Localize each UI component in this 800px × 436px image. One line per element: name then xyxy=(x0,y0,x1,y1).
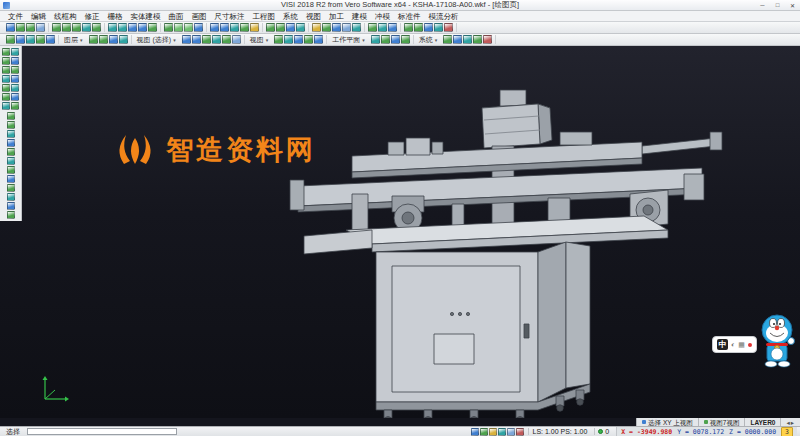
toolbar-icon[interactable] xyxy=(401,35,410,44)
toolbar-icon[interactable] xyxy=(7,202,15,210)
toolbar-icon[interactable] xyxy=(212,35,221,44)
toolbar-icon[interactable] xyxy=(2,57,10,65)
toolbar-icon[interactable] xyxy=(332,23,341,32)
maximize-button[interactable]: □ xyxy=(770,0,785,10)
toolbar-icon[interactable] xyxy=(46,35,55,44)
toolbar-icon[interactable] xyxy=(7,166,15,174)
toolbar-icon[interactable] xyxy=(276,23,285,32)
toolbar-icon[interactable] xyxy=(230,23,239,32)
toolbar-icon[interactable] xyxy=(52,23,61,32)
toolbar-icon[interactable] xyxy=(2,84,10,92)
toolbar-icon[interactable] xyxy=(89,35,98,44)
toolbar-icon[interactable] xyxy=(138,23,147,32)
toolbar-icon[interactable] xyxy=(16,35,25,44)
ime-halfwidth-icon[interactable]: ◐ xyxy=(731,341,735,348)
toolbar-icon[interactable] xyxy=(296,23,305,32)
toolbar-icon[interactable] xyxy=(7,211,15,219)
toolbar-icon[interactable] xyxy=(483,35,492,44)
toolbar-icon[interactable] xyxy=(82,23,91,32)
menu-item[interactable]: 线框构 xyxy=(50,11,81,22)
ime-toolbar[interactable]: 中 ◐ ▦ xyxy=(712,336,757,353)
toolbar-icon[interactable] xyxy=(128,23,137,32)
toolbar-icon[interactable] xyxy=(371,35,380,44)
toolbar-icon[interactable] xyxy=(184,23,193,32)
menu-item[interactable]: 加工 xyxy=(325,11,348,22)
toolbar-icon[interactable] xyxy=(194,23,203,32)
toolbar-icon[interactable] xyxy=(322,23,331,32)
toolbar-icon[interactable] xyxy=(7,121,15,129)
toolbar-icon[interactable] xyxy=(202,35,211,44)
toolbar-icon[interactable] xyxy=(148,23,157,32)
toolbar-icon[interactable] xyxy=(72,23,81,32)
toolbar-icon[interactable] xyxy=(434,23,443,32)
status-view-alt[interactable]: 视图7视图 xyxy=(698,418,745,426)
toolbar-icon[interactable] xyxy=(2,102,10,110)
toolbar-icon[interactable] xyxy=(7,139,15,147)
toolbar-icon[interactable] xyxy=(2,93,10,101)
toolbar-icon[interactable] xyxy=(11,57,19,65)
toolbar-icon[interactable] xyxy=(250,23,259,32)
toolbar-icon[interactable] xyxy=(424,23,433,32)
toolbar-icon[interactable] xyxy=(453,35,462,44)
toolbar-icon[interactable] xyxy=(7,175,15,183)
ime-language-badge[interactable]: 中 xyxy=(717,339,728,350)
toolbar-label-system[interactable]: 系统 ▾ xyxy=(414,35,441,45)
toolbar-label-workplane[interactable]: 工作平面 ▾ xyxy=(327,35,368,45)
toolbar-icon[interactable] xyxy=(192,35,201,44)
toolbar-icon[interactable] xyxy=(314,35,323,44)
toolbar-icon[interactable] xyxy=(174,23,183,32)
toolbar-icon[interactable] xyxy=(62,23,71,32)
toolbar-icon[interactable] xyxy=(352,23,361,32)
toolbar-icon[interactable] xyxy=(36,23,45,32)
toolbar-icon[interactable] xyxy=(7,130,15,138)
toolbar-label-view-select[interactable]: 视图 (选择) ▾ xyxy=(132,35,179,45)
menu-item[interactable]: 实体建模 xyxy=(127,11,165,22)
toolbar-icon[interactable] xyxy=(26,23,35,32)
toolbar-icon[interactable] xyxy=(274,35,283,44)
toolbar-icon[interactable] xyxy=(11,66,19,74)
toolbar-icon[interactable] xyxy=(210,23,219,32)
toolbar-icon[interactable] xyxy=(304,35,313,44)
menu-item[interactable]: 系统 xyxy=(279,11,302,22)
toolbar-icon[interactable] xyxy=(294,35,303,44)
toolbar-icon[interactable] xyxy=(11,102,19,110)
toolbar-icon[interactable] xyxy=(388,23,397,32)
toolbar-icon[interactable] xyxy=(266,23,275,32)
toolbar-icon[interactable] xyxy=(498,428,506,436)
toolbar-icon[interactable] xyxy=(471,428,479,436)
toolbar-icon[interactable] xyxy=(240,23,249,32)
toolbar-icon[interactable] xyxy=(99,35,108,44)
toolbar-icon[interactable] xyxy=(36,35,45,44)
toolbar-icon[interactable] xyxy=(312,23,321,32)
toolbar-icon[interactable] xyxy=(444,23,453,32)
toolbar-icon[interactable] xyxy=(109,35,118,44)
toolbar-icon[interactable] xyxy=(378,23,387,32)
toolbar-icon[interactable] xyxy=(2,48,10,56)
toolbar-icon[interactable] xyxy=(220,23,229,32)
toolbar-icon[interactable] xyxy=(7,157,15,165)
toolbar-icon[interactable] xyxy=(473,35,482,44)
minimize-button[interactable]: ─ xyxy=(755,0,770,10)
menu-item[interactable]: 建模 xyxy=(348,11,371,22)
toolbar-icon[interactable] xyxy=(11,48,19,56)
menu-item[interactable]: 模流分析 xyxy=(425,11,463,22)
menu-item[interactable]: 曲面 xyxy=(165,11,188,22)
layer-nav-arrows[interactable]: ◂▸ xyxy=(780,418,800,426)
command-input[interactable] xyxy=(27,428,177,435)
toolbar-icon[interactable] xyxy=(232,35,241,44)
menu-item[interactable]: 标准件 xyxy=(394,11,425,22)
toolbar-icon[interactable] xyxy=(7,112,15,120)
toolbar-icon[interactable] xyxy=(516,428,524,436)
toolbar-icon[interactable] xyxy=(381,35,390,44)
toolbar-label-layers[interactable]: 图层 ▾ xyxy=(59,35,86,45)
toolbar-icon[interactable] xyxy=(108,23,117,32)
toolbar-icon[interactable] xyxy=(11,75,19,83)
menu-item[interactable]: 修正 xyxy=(81,11,104,22)
ime-keyboard-icon[interactable]: ▦ xyxy=(738,341,745,349)
toolbar-icon[interactable] xyxy=(6,23,15,32)
viewport[interactable]: 智造资料网 中 ◐ ▦ xyxy=(0,46,800,418)
toolbar-icon[interactable] xyxy=(2,75,10,83)
toolbar-icon[interactable] xyxy=(16,23,25,32)
toolbar-icon[interactable] xyxy=(11,93,19,101)
menu-item[interactable]: 工程图 xyxy=(249,11,280,22)
